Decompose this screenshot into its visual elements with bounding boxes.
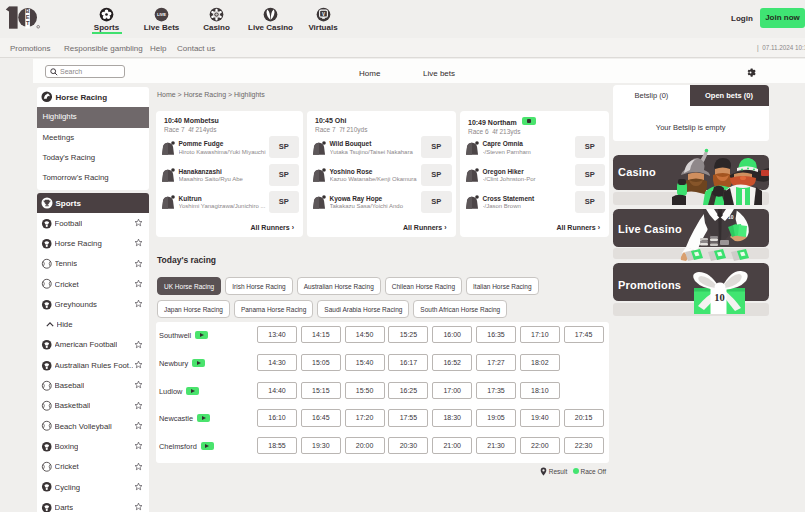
svg-text:LIVE: LIVE	[157, 12, 166, 17]
svg-text:10: 10	[714, 292, 725, 303]
svg-text:10: 10	[728, 214, 734, 220]
svg-text:V: V	[321, 12, 324, 17]
svg-text:T: T	[26, 20, 30, 26]
